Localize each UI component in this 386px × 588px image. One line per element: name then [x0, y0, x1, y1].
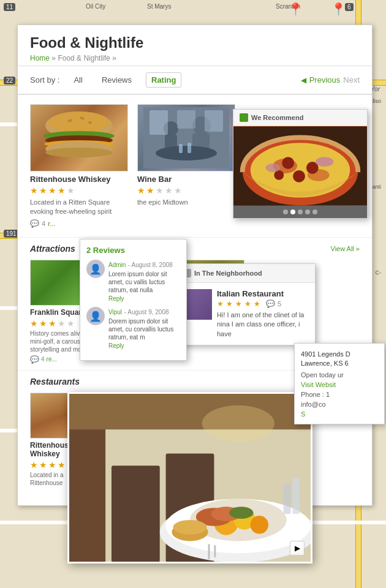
recommend-icon	[240, 113, 248, 122]
listing-read-more[interactable]: r...	[48, 220, 55, 227]
svg-point-26	[282, 157, 294, 169]
map-badge: 22	[4, 77, 15, 85]
sort-option-rating[interactable]: Rating	[146, 72, 181, 88]
info-website-link[interactable]: Visit Websit	[301, 381, 378, 388]
recommend-image	[233, 126, 367, 206]
reviewer-avatar-2: 👤	[86, 307, 105, 325]
recommend-dots	[233, 206, 367, 218]
svg-rect-35	[112, 466, 160, 562]
map-badge: 11	[4, 3, 15, 11]
svg-rect-52	[214, 545, 216, 557]
comment-icon: 💬	[30, 219, 39, 228]
dot-2[interactable]	[290, 209, 295, 214]
comment-icon: 💬	[30, 355, 39, 364]
star-2: ★	[39, 318, 47, 328]
next-button[interactable]: Next	[343, 75, 360, 85]
info-share[interactable]: S	[301, 410, 378, 418]
previous-button[interactable]: Previous	[309, 75, 341, 85]
review-author-1: Admin	[108, 262, 126, 268]
recommend-title: We Recommend	[251, 114, 303, 121]
star-5: ★	[174, 186, 182, 195]
svg-rect-20	[205, 110, 223, 132]
star-4: ★	[58, 318, 66, 328]
listing-stars-1: ★ ★ ★ ★ ★	[30, 186, 128, 195]
review-author-2: Vipul	[108, 309, 122, 315]
svg-point-1	[48, 111, 110, 134]
svg-rect-17	[187, 143, 191, 153]
sort-label: Sort by :	[30, 75, 59, 85]
reviews-title: 2 Reviews	[86, 246, 180, 255]
map-region-label: C-	[376, 270, 382, 276]
attraction-more[interactable]: re...	[47, 356, 57, 363]
neighborhood-comments: 5	[278, 300, 281, 307]
review-text-1: Lorem ipsum dolor sit amet, cu vallis lu…	[108, 270, 180, 294]
review-text-2: Dorem ipsum dolor sit amet, cu corvallis…	[108, 317, 180, 341]
svg-point-53	[202, 405, 274, 442]
attractions-view-all[interactable]: View All »	[331, 245, 360, 252]
svg-point-28	[293, 170, 305, 183]
map-badge: 6	[345, 3, 354, 11]
neighborhood-desc: Hi! I am one of the clinet of la nina I …	[217, 311, 309, 339]
neighborhood-title: In The Neighborhood	[194, 270, 262, 277]
dot-4[interactable]	[305, 209, 310, 214]
info-email: info@co	[301, 401, 378, 408]
dot-5[interactable]	[312, 209, 317, 214]
svg-point-9	[45, 148, 113, 157]
attractions-title: Attractions	[30, 244, 75, 254]
star-1: ★	[137, 186, 145, 195]
svg-point-50	[173, 520, 206, 535]
food-photo-overlay: ▶	[67, 392, 312, 564]
svg-point-15	[156, 146, 217, 160]
star-5: ★	[254, 300, 260, 308]
listing-comments-1: 4	[42, 220, 45, 227]
info-card: 4901 Legends D Lawrence, KS 6 Open today…	[294, 343, 385, 424]
listing-image-burger	[30, 104, 128, 172]
neighborhood-info: Italian Restaurant ★ ★ ★ ★ ★ 💬 5 Hi! I a…	[217, 289, 309, 339]
listing-meta-1: 💬 4 r...	[30, 219, 128, 228]
dot-1[interactable]	[283, 209, 288, 214]
svg-rect-34	[69, 393, 311, 429]
restaurants-title: Restaurants	[30, 377, 80, 386]
info-hours: Open today ur	[301, 371, 378, 379]
listing-name-2: Wine Bar	[137, 175, 235, 184]
star-4: ★	[58, 460, 66, 470]
review-item-2: 👤 Vipul - August 9, 2008 Dorem ipsum dol…	[86, 307, 180, 349]
sort-option-reviews[interactable]: Reviews	[97, 73, 137, 87]
star-4: ★	[244, 300, 251, 308]
restaurant-illustration	[143, 107, 229, 168]
food-photo-illustration	[69, 392, 311, 564]
svg-rect-16	[179, 144, 183, 153]
review-reply-1[interactable]: Reply	[108, 295, 180, 302]
dot-3[interactable]	[298, 209, 303, 214]
info-phone: Phone : 1	[301, 391, 378, 398]
info-address: 4901 Legends D Lawrence, KS 6	[301, 350, 378, 369]
panel-header: Food & Nightlife Home » Food & Nightlife…	[18, 25, 372, 66]
breadcrumb-sep1: »	[51, 54, 56, 62]
listing-name-1: Rittenhouse Whiskey	[30, 175, 128, 184]
review-item-1: 👤 Admin - August 8, 2008 Lorem ipsum dol…	[86, 260, 180, 302]
map-city-label: Oil City	[86, 3, 105, 10]
review-reply-2[interactable]: Reply	[108, 342, 180, 349]
breadcrumb-home[interactable]: Home	[30, 54, 50, 62]
star-4: ★	[165, 186, 173, 195]
star-3: ★	[48, 460, 56, 470]
neighborhood-content: Italian Restaurant ★ ★ ★ ★ ★ 💬 5 Hi! I a…	[175, 283, 315, 345]
listing-card-winebar: Wine Bar ★ ★ ★ ★ ★ the epic Midtown	[137, 104, 235, 228]
star-1: ★	[30, 318, 38, 328]
listing-card-rittenhouse: Rittenhouse Whiskey ★ ★ ★ ★ ★ Located in…	[30, 104, 128, 228]
star-2: ★	[39, 460, 47, 470]
listing-stars-2: ★ ★ ★ ★ ★	[137, 186, 235, 195]
neighborhood-header: In The Neighborhood	[175, 264, 315, 283]
sort-option-all[interactable]: All	[69, 73, 87, 87]
svg-point-4	[88, 121, 92, 124]
recommend-panel: We Recommend	[233, 109, 368, 219]
star-3: ★	[235, 300, 242, 308]
food-photo-next-arrow[interactable]: ▶	[290, 541, 305, 556]
neighborhood-meta: ★ ★ ★ ★ ★ 💬 5	[217, 300, 309, 308]
svg-point-23	[251, 143, 350, 197]
reviewer-avatar-1: 👤	[86, 260, 105, 278]
map-marker: 📍	[331, 2, 346, 17]
breadcrumb-current: Food & Nightlife	[58, 54, 110, 62]
review-date-1: - August 8, 2008	[128, 262, 173, 268]
star-5: ★	[67, 186, 75, 195]
